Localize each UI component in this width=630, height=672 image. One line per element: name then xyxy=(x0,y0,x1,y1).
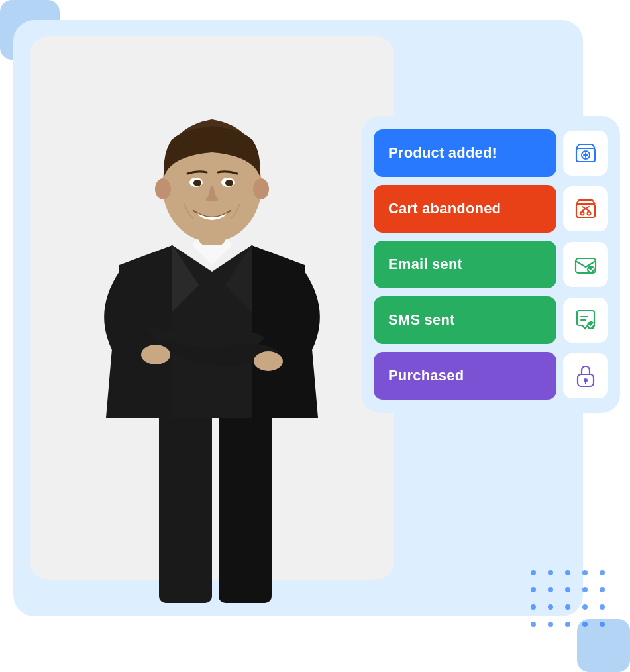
event-label-product-added: Product added! xyxy=(374,129,556,177)
main-scene: Product added! Cart abandoned xyxy=(0,0,630,672)
event-icon-box-product-added xyxy=(563,131,608,176)
svg-point-18 xyxy=(581,212,584,215)
store-cart-icon xyxy=(573,196,598,221)
dot xyxy=(582,587,588,592)
dot xyxy=(531,570,536,575)
event-icon-box-purchased xyxy=(563,353,608,398)
svg-point-12 xyxy=(253,178,269,199)
dot xyxy=(548,622,553,627)
event-row-sms-sent: SMS sent xyxy=(374,296,608,344)
store-plus-icon xyxy=(573,140,598,166)
svg-rect-17 xyxy=(576,204,595,217)
dot xyxy=(600,587,605,592)
dot xyxy=(565,622,570,627)
event-row-email-sent: Email sent xyxy=(374,241,608,288)
svg-point-4 xyxy=(254,351,283,371)
svg-point-10 xyxy=(225,180,233,186)
event-label-sms-sent: SMS sent xyxy=(374,296,556,344)
svg-point-19 xyxy=(588,212,591,215)
event-icon-box-sms-sent xyxy=(563,298,608,343)
event-row-product-added: Product added! xyxy=(374,129,608,177)
person-image xyxy=(20,27,404,603)
dot xyxy=(600,622,605,627)
event-icon-box-email-sent xyxy=(563,242,608,287)
svg-point-3 xyxy=(141,345,170,364)
dot xyxy=(600,570,605,575)
dot xyxy=(531,604,536,610)
event-icon-box-cart-abandoned xyxy=(563,186,608,231)
dot xyxy=(582,604,588,610)
dot xyxy=(565,587,570,592)
event-row-purchased: Purchased xyxy=(374,352,608,400)
dot xyxy=(531,587,536,592)
dot xyxy=(582,622,588,627)
dot xyxy=(548,570,553,575)
dot xyxy=(548,587,553,592)
dot xyxy=(548,604,553,610)
svg-rect-1 xyxy=(219,404,272,603)
event-label-cart-abandoned: Cart abandoned xyxy=(374,185,556,233)
svg-point-23 xyxy=(587,266,595,274)
event-label-purchased: Purchased xyxy=(374,352,556,400)
sms-check-icon xyxy=(573,308,598,333)
email-check-icon xyxy=(573,252,598,277)
event-row-cart-abandoned: Cart abandoned xyxy=(374,185,608,233)
events-card: Product added! Cart abandoned xyxy=(362,116,620,413)
svg-point-11 xyxy=(155,178,171,199)
dot xyxy=(531,622,536,627)
dot xyxy=(565,604,570,610)
svg-rect-0 xyxy=(159,404,212,603)
svg-point-9 xyxy=(193,180,201,186)
dot-grid-decoration xyxy=(531,570,610,632)
dot xyxy=(600,604,605,610)
dot xyxy=(565,570,570,575)
dot xyxy=(582,570,588,575)
svg-point-24 xyxy=(587,321,595,329)
event-label-email-sent: Email sent xyxy=(374,241,556,288)
lock-bag-icon xyxy=(573,363,598,388)
